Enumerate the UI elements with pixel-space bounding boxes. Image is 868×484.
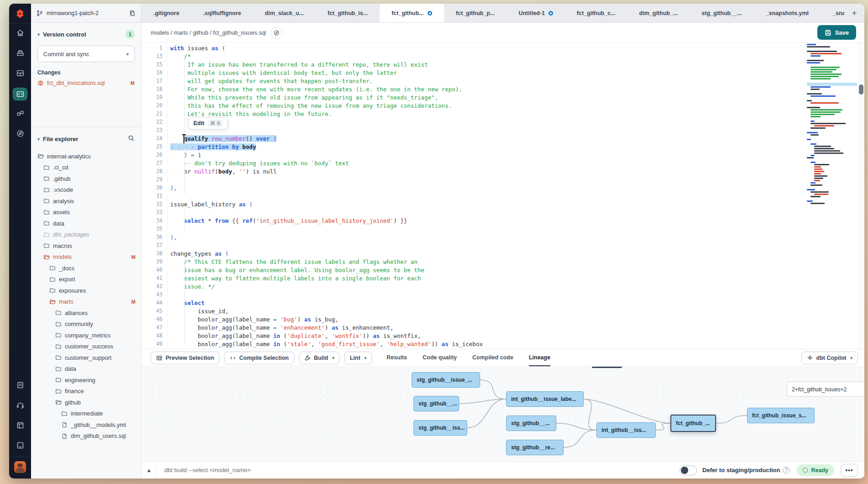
build-button[interactable]: Build ▾ xyxy=(299,352,340,364)
folder-item-models[interactable]: modelsM xyxy=(31,252,141,263)
git-branch-selector[interactable]: mirnawong1-patch-2 xyxy=(31,4,141,22)
chevron-down-icon[interactable]: ▾ xyxy=(364,356,366,360)
folder-item--docs[interactable]: _docs xyxy=(31,263,141,274)
file-item--github-models-yml[interactable]: _github__models.yml xyxy=(31,419,141,431)
code-line-31[interactable]: 31 xyxy=(141,192,807,200)
code-line-27[interactable]: 27 -- don't try deduping issues with no … xyxy=(141,159,807,167)
folder-item-exposures[interactable]: exposures xyxy=(31,285,141,296)
code-line-26[interactable]: 26 ) = 1 xyxy=(141,151,807,159)
code-line-17[interactable]: 17 will get updates for events that happ… xyxy=(141,77,807,85)
code-line-29[interactable]: 29 xyxy=(141,175,807,184)
folder-item-intermediate[interactable]: intermediate xyxy=(31,408,141,420)
code-line-42[interactable]: 42 issue. */ xyxy=(141,282,807,290)
file-item-dim-github-users-sql[interactable]: dim_github_users.sql xyxy=(31,431,141,442)
ide-icon[interactable] xyxy=(9,84,31,104)
editor-minimap[interactable] xyxy=(807,44,857,349)
folder-item-engineering[interactable]: engineering xyxy=(31,374,141,386)
code-line-32[interactable]: 32issue_label_history as ( xyxy=(141,200,807,208)
code-line-49[interactable]: 49 boolor_agg(label_name in ('stale', 'g… xyxy=(141,340,807,348)
editor-scrollbar[interactable] xyxy=(858,43,864,349)
folder-item-macros[interactable]: macros xyxy=(31,240,141,252)
code-line-41[interactable]: 41 easiest way to flatten multiple label… xyxy=(141,274,807,282)
code-line-48[interactable]: 48 boolor_agg(label_name in ('duplicate'… xyxy=(141,331,807,340)
preview-selection-button[interactable]: Preview Selection xyxy=(151,352,220,364)
projects-icon[interactable] xyxy=(9,44,31,64)
edit-popup-label[interactable]: Edit xyxy=(193,120,204,126)
code-line-16[interactable]: 16 multiple issues with identical body t… xyxy=(141,68,807,77)
help-icon[interactable]: ? xyxy=(783,467,790,473)
tab-fct-github-c-[interactable]: fct_github_c... xyxy=(565,4,627,22)
lineage-node-n3[interactable]: stg_github__iss... xyxy=(413,420,467,436)
code-line-24[interactable]: 24 qualify row_number() over ( xyxy=(141,134,807,142)
save-button[interactable]: Save xyxy=(817,25,856,40)
code-line-37[interactable]: 37 xyxy=(141,241,807,249)
lineage-node-n7[interactable]: int_github__iss... xyxy=(596,422,656,438)
code-line-36[interactable]: 36), xyxy=(141,233,807,241)
folder-item-company-metrics[interactable]: company_metrics xyxy=(31,330,141,341)
orchestration-icon[interactable] xyxy=(9,104,31,124)
tab--snapshots-s-[interactable]: _snapshots_s... xyxy=(821,4,844,22)
folder-item-alliances[interactable]: alliances xyxy=(31,307,141,319)
tab--snapshots-yml[interactable]: _snapshots.yml xyxy=(754,4,821,22)
version-control-header[interactable]: ▾ Version control 1 xyxy=(31,23,141,43)
code-line-23[interactable]: 23 xyxy=(141,126,807,134)
folder-item-analysis[interactable]: analysis xyxy=(31,195,141,207)
code-line-34[interactable]: 34 select * from {{ ref('int_github__iss… xyxy=(141,216,807,225)
compile-selection-button[interactable]: Compile Selection xyxy=(224,352,294,364)
folder-item-marts[interactable]: martsM xyxy=(31,296,141,308)
dashboard-icon[interactable] xyxy=(9,64,31,84)
lineage-selector-input[interactable] xyxy=(787,382,864,397)
folder-item-data[interactable]: data xyxy=(31,218,141,229)
expand-command-bar-icon[interactable]: ▲ xyxy=(141,462,157,479)
panel-tab-code-quality[interactable]: Code quality xyxy=(423,349,457,366)
panel-tab-results[interactable]: Results xyxy=(387,349,407,366)
lineage-node-n5[interactable]: stg_github__... xyxy=(506,416,556,431)
explore-icon[interactable] xyxy=(9,124,31,144)
code-line-30[interactable]: 30), xyxy=(141,184,807,192)
code-line-38[interactable]: 38change_types as ( xyxy=(141,249,807,258)
tasks-icon[interactable] xyxy=(9,376,31,396)
scrollbar-thumb[interactable] xyxy=(859,84,863,95)
panel-tab-lineage[interactable]: Lineage xyxy=(529,349,550,366)
folder-item-customer-support[interactable]: customer_support xyxy=(31,352,141,363)
folder-item-finance[interactable]: finance xyxy=(31,386,141,397)
folder-item-export[interactable]: export xyxy=(31,274,141,285)
code-line-45[interactable]: 45 issue_id, xyxy=(141,307,807,315)
folder-item-data[interactable]: data xyxy=(31,363,141,375)
code-line-47[interactable]: 47 boolor_agg(label_name = 'enhancement'… xyxy=(141,323,807,331)
code-line-25[interactable]: 25· · · · partition by body xyxy=(141,142,807,151)
tab-fct-github-p-[interactable]: fct_github_p... xyxy=(444,4,507,22)
lineage-node-n6[interactable]: stg_github__re... xyxy=(506,440,564,455)
folder-item-dbt-packages[interactable]: dbt_packages xyxy=(31,229,141,241)
code-line-46[interactable]: 46 boolor_agg(label_name = 'bug') as is_… xyxy=(141,315,807,323)
file-explorer-header[interactable]: ▾ File explorer xyxy=(31,127,141,148)
chevron-down-icon[interactable]: ▾ xyxy=(332,356,335,360)
code-editor[interactable]: 1with issues as (13 /*15 If an issue has… xyxy=(141,43,864,349)
code-line-1[interactable]: 1with issues as ( xyxy=(141,44,807,52)
code-line-43[interactable]: 43 xyxy=(141,290,807,299)
home-icon[interactable] xyxy=(9,24,31,44)
tab-dim-github-[interactable]: dim_github_... xyxy=(627,4,690,22)
tab-stg-github-[interactable]: stg_github__... xyxy=(690,4,753,22)
panel-tab-compiled-code[interactable]: Compiled code xyxy=(472,349,513,366)
code-line-35[interactable]: 35 xyxy=(141,225,807,233)
code-line-39[interactable]: 39 /* This CTE flattens the different is… xyxy=(141,258,807,266)
code-line-28[interactable]: 28 or nullif(body, '') is null xyxy=(141,167,807,175)
user-avatar[interactable] xyxy=(14,461,26,473)
code-line-20[interactable]: 20 this has the effect of removing the n… xyxy=(141,101,807,110)
defer-toggle[interactable] xyxy=(680,465,697,475)
code-line-13[interactable]: 13 /* xyxy=(141,52,807,60)
changed-file-row[interactable]: fct_dbt_invocations.sqlM xyxy=(31,79,141,88)
lineage-node-n4[interactable]: int_github__issue_labe... xyxy=(506,391,584,407)
lint-button[interactable]: Lint ▾ xyxy=(344,352,371,364)
code-line-21[interactable]: 21 Let's revisit this modeling in the fu… xyxy=(141,110,807,118)
folder-item-assets[interactable]: assets xyxy=(31,207,141,218)
folder-item--github[interactable]: .github xyxy=(31,173,141,184)
folder-item-community[interactable]: community xyxy=(31,319,141,330)
tab-untitled-1[interactable]: Untitled-1 xyxy=(507,4,565,22)
folder-item-internal-analytics[interactable]: internal-analytics xyxy=(31,151,141,162)
docs-icon[interactable] xyxy=(9,416,31,436)
tab-fct-github-[interactable]: fct_github... xyxy=(380,4,444,22)
docs-icon[interactable] xyxy=(271,27,282,39)
lineage-node-n1[interactable]: stg_github__issue_... xyxy=(412,372,480,388)
